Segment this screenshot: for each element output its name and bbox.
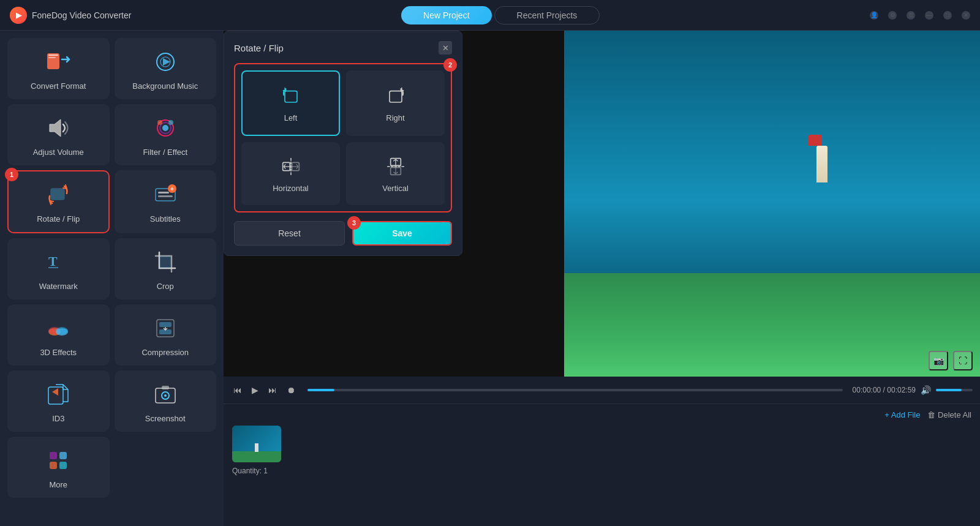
flip-horizontal-button[interactable]: Horizontal xyxy=(241,142,340,205)
watermark-label: Watermark xyxy=(39,282,78,291)
convert-format-label: Convert Format xyxy=(31,81,86,91)
tool-id3[interactable]: ID3 xyxy=(7,370,110,432)
video-right-panel xyxy=(564,31,980,377)
close-button[interactable]: ✕ xyxy=(962,11,970,20)
panel-action-buttons: Reset 3 Save xyxy=(234,221,452,246)
player-controls: ⏮ ▶ ⏭ ⏺ 00:00:00 / 00:02:59 🔊 xyxy=(224,377,980,404)
filter-effect-label: Filter / Effect xyxy=(143,148,187,157)
fullscreen-button[interactable]: ⛶ xyxy=(953,351,973,370)
panel-title: Rotate / Flip xyxy=(234,43,284,53)
file-panel-header: + Add File 🗑 Delete All xyxy=(232,410,971,419)
skip-forward-button[interactable]: ⏭ xyxy=(266,383,279,397)
volume-bar[interactable] xyxy=(936,389,973,391)
flip-horizontal-label: Horizontal xyxy=(273,184,309,193)
tool-subtitles[interactable]: + Subtitles xyxy=(115,170,217,233)
svg-rect-24 xyxy=(159,322,172,327)
svg-text:T: T xyxy=(48,254,58,269)
tool-screenshot[interactable]: Screenshot xyxy=(115,370,217,432)
tab-new-project[interactable]: New Project xyxy=(401,6,491,24)
aerial-land xyxy=(564,273,980,377)
tool-more[interactable]: More xyxy=(7,437,110,498)
aerial-water xyxy=(564,31,980,273)
volume-icon: 🔊 xyxy=(921,385,931,395)
background-music-icon xyxy=(151,47,180,77)
convert-format-icon xyxy=(43,47,73,77)
settings-icon[interactable]: ⚙ xyxy=(888,11,897,20)
rotate-flip-label: Rotate / Flip xyxy=(37,214,80,224)
user-icon[interactable]: 👤 xyxy=(870,11,878,20)
rotate-flip-icon xyxy=(43,180,73,209)
video-preview-icons: 📷 ⛶ xyxy=(929,351,973,370)
save-button[interactable]: Save xyxy=(353,222,451,244)
svg-rect-30 xyxy=(162,386,169,389)
svg-rect-12 xyxy=(158,192,169,193)
tool-3d-effects[interactable]: 3D Effects xyxy=(7,304,110,366)
svg-rect-31 xyxy=(50,452,57,459)
menu-icon[interactable]: ☰ xyxy=(907,11,915,20)
screenshot-icon xyxy=(151,380,180,409)
3d-effects-icon xyxy=(43,314,73,343)
rotate-left-label: Left xyxy=(284,113,298,122)
svg-point-22 xyxy=(56,327,68,334)
svg-rect-1 xyxy=(48,54,58,56)
tool-compression[interactable]: Compression xyxy=(115,304,217,366)
svg-rect-2 xyxy=(48,57,56,58)
app-name: FoneDog Video Converter xyxy=(32,10,131,20)
save-button-wrap: 3 Save xyxy=(352,221,452,246)
progress-bar-fill xyxy=(307,389,334,391)
rotate-left-button[interactable]: Left xyxy=(241,70,340,136)
flip-vertical-button[interactable]: Vertical xyxy=(346,142,445,205)
tool-rotate-flip[interactable]: 1 Rotate / Flip xyxy=(7,170,110,233)
rotate-right-button[interactable]: Right xyxy=(346,70,445,136)
compression-label: Compression xyxy=(141,348,189,357)
panel-close-button[interactable]: ✕ xyxy=(439,41,452,54)
svg-point-7 xyxy=(162,125,168,131)
thumbnail-lighthouse xyxy=(255,443,258,452)
rotate-flip-badge: 1 xyxy=(5,168,18,181)
svg-rect-26 xyxy=(48,387,63,404)
screenshot-preview-button[interactable]: 📷 xyxy=(929,351,948,370)
subtitles-label: Subtitles xyxy=(150,214,181,224)
crop-label: Crop xyxy=(157,282,174,291)
svg-text:+: + xyxy=(170,186,174,192)
svg-rect-33 xyxy=(50,462,57,469)
tool-adjust-volume[interactable]: Adjust Volume xyxy=(7,104,110,165)
tab-recent-projects[interactable]: Recent Projects xyxy=(494,6,600,24)
lighthouse-body xyxy=(816,146,827,182)
reset-button[interactable]: Reset xyxy=(234,221,345,246)
play-button[interactable]: ▶ xyxy=(249,383,261,397)
crop-icon xyxy=(151,247,180,277)
more-label: More xyxy=(49,480,67,489)
add-file-button[interactable]: + Add File xyxy=(884,410,920,419)
background-music-label: Background Music xyxy=(132,81,198,91)
svg-rect-36 xyxy=(390,91,402,102)
maximize-button[interactable]: □ xyxy=(943,11,952,20)
quantity-text: Quantity: 1 xyxy=(232,467,268,475)
skip-back-button[interactable]: ⏮ xyxy=(231,383,244,397)
svg-point-29 xyxy=(164,394,167,397)
volume-fill xyxy=(936,389,962,391)
delete-all-button[interactable]: 🗑 Delete All xyxy=(927,410,971,419)
screenshot-label: Screenshot xyxy=(145,414,186,423)
rotate-options-grid: 2 Left Right xyxy=(234,63,452,212)
watermark-icon: T xyxy=(43,247,73,277)
tool-watermark[interactable]: T Watermark xyxy=(7,238,110,299)
title-bar-right: 👤 ⚙ ☰ — □ ✕ xyxy=(870,11,970,20)
tool-convert-format[interactable]: Convert Format xyxy=(7,38,110,99)
file-list: Quantity: 1 xyxy=(232,426,971,476)
tool-filter-effect[interactable]: Filter / Effect xyxy=(115,104,217,165)
record-button[interactable]: ⏺ xyxy=(284,383,298,397)
aerial-image xyxy=(564,31,980,377)
id3-icon xyxy=(43,380,73,409)
tool-background-music[interactable]: Background Music xyxy=(115,38,217,99)
svg-rect-35 xyxy=(285,91,297,102)
svg-rect-32 xyxy=(59,452,67,459)
file-thumbnail[interactable] xyxy=(232,426,281,462)
minimize-button[interactable]: — xyxy=(925,11,933,20)
svg-rect-10 xyxy=(51,189,64,200)
tool-crop[interactable]: Crop xyxy=(115,238,217,299)
svg-rect-17 xyxy=(48,267,58,268)
progress-bar[interactable] xyxy=(307,389,843,391)
subtitles-icon: + xyxy=(151,180,180,209)
svg-rect-34 xyxy=(59,462,67,469)
